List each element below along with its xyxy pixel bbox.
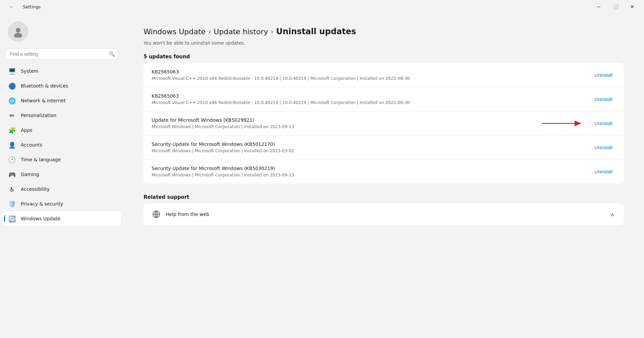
- system-icon: 🖥️: [8, 67, 16, 75]
- update-name-kb5029921: Update for Microsoft Windows (KB5029921): [152, 117, 541, 123]
- network-icon: 🌐: [8, 97, 16, 105]
- avatar: [8, 21, 28, 42]
- update-info-kb5030219: Security Update for Microsoft Windows (K…: [152, 166, 584, 177]
- breadcrumb-uninstall-updates: Uninstall updates: [276, 27, 356, 36]
- title-bar-left: ← Settings: [4, 1, 41, 12]
- red-arrow-icon: [541, 119, 584, 128]
- sidebar-item-gaming-label: Gaming: [21, 172, 39, 177]
- accounts-icon: 👤: [8, 141, 16, 149]
- update-name-kb2565063-x86: KB2565063: [152, 93, 584, 99]
- sidebar-item-accounts-label: Accounts: [21, 142, 42, 148]
- minimize-button[interactable]: ─: [591, 1, 606, 12]
- sidebar-item-accessibility[interactable]: ♿ Accessibility: [3, 182, 121, 196]
- svg-point-1: [14, 33, 22, 38]
- uninstall-button-kb2565063-x86[interactable]: Uninstall: [591, 95, 616, 104]
- sidebar-item-privacy[interactable]: 🛡️ Privacy & security: [3, 196, 121, 211]
- update-meta-kb2565063-x86: Microsoft Visual C++ 2010 x86 Redistribu…: [152, 100, 584, 105]
- sidebar-item-accounts[interactable]: 👤 Accounts: [3, 137, 121, 152]
- uninstall-button-kb5030219[interactable]: Uninstall: [591, 167, 616, 176]
- bluetooth-icon: 🔵: [8, 82, 16, 90]
- update-item-kb2565063-x64: KB2565063 Microsoft Visual C++ 2010 x64 …: [144, 63, 624, 87]
- related-support-title: Related support: [144, 194, 624, 200]
- uninstall-button-kb2565063-x64[interactable]: Uninstall: [591, 70, 616, 80]
- apps-icon: 🧩: [8, 126, 16, 134]
- sidebar-item-accessibility-label: Accessibility: [21, 186, 50, 192]
- update-meta-kb5030219: Microsoft Windows | Microsoft Corporatio…: [152, 172, 584, 177]
- uninstall-button-kb5012170[interactable]: Uninstall: [591, 143, 616, 152]
- sidebar-item-windowsupdate-label: Windows Update: [21, 216, 60, 221]
- support-item-help-web: Help from the web ∧: [144, 204, 624, 225]
- gaming-icon: 🎮: [8, 170, 16, 178]
- sidebar-item-bluetooth-label: Bluetooth & devices: [21, 83, 68, 89]
- sidebar-item-personalization-label: Personalization: [21, 113, 56, 118]
- sidebar-item-system[interactable]: 🖥️ System: [3, 64, 121, 78]
- update-info-kb2565063-x86: KB2565063 Microsoft Visual C++ 2010 x86 …: [152, 93, 584, 105]
- update-item-kb5012170: Security Update for Microsoft Windows (K…: [144, 135, 624, 160]
- close-button[interactable]: ✕: [625, 1, 640, 12]
- app-body: 🔍 🖥️ System 🔵 Bluetooth & devices 🌐 Netw…: [0, 13, 644, 338]
- updates-list: KB2565063 Microsoft Visual C++ 2010 x64 …: [144, 63, 624, 183]
- breadcrumb-windows-update[interactable]: Windows Update: [144, 27, 206, 36]
- updates-count: 5 updates found: [144, 54, 624, 60]
- privacy-icon: 🛡️: [8, 200, 16, 208]
- time-icon: 🕐: [8, 156, 16, 164]
- sidebar-nav: 🖥️ System 🔵 Bluetooth & devices 🌐 Networ…: [3, 64, 121, 226]
- windowsupdate-icon: 🔄: [8, 215, 16, 223]
- title-bar: ← Settings ─ ⬜ ✕: [0, 0, 644, 13]
- sidebar-item-time[interactable]: 🕐 Time & language: [3, 152, 121, 167]
- sidebar-item-apps[interactable]: 🧩 Apps: [3, 123, 121, 137]
- sidebar-item-network-label: Network & internet: [21, 98, 66, 103]
- sidebar-item-time-label: Time & language: [21, 157, 61, 162]
- help-web-label: Help from the web: [166, 212, 209, 217]
- sidebar-item-personalization[interactable]: ✏️ Personalization: [3, 108, 121, 123]
- update-name-kb5030219: Security Update for Microsoft Windows (K…: [152, 166, 584, 171]
- search-icon: 🔍: [109, 51, 115, 57]
- personalization-icon: ✏️: [8, 111, 16, 119]
- app-title: Settings: [23, 4, 41, 9]
- sidebar-item-apps-label: Apps: [21, 127, 33, 133]
- help-web-collapse-button[interactable]: ∧: [609, 210, 616, 219]
- sidebar-item-bluetooth[interactable]: 🔵 Bluetooth & devices: [3, 78, 121, 93]
- update-meta-kb2565063-x64: Microsoft Visual C++ 2010 x64 Redistribu…: [152, 76, 584, 81]
- search-input[interactable]: [5, 48, 118, 60]
- update-item-kb5029921: Update for Microsoft Windows (KB5029921)…: [144, 111, 624, 135]
- sidebar-item-windowsupdate[interactable]: 🔄 Windows Update: [3, 211, 121, 226]
- support-card: Help from the web ∧: [144, 204, 624, 225]
- back-button[interactable]: ←: [4, 1, 19, 12]
- page-subtitle: You won't be able to uninstall some upda…: [144, 40, 624, 46]
- sidebar-item-network[interactable]: 🌐 Network & internet: [3, 93, 121, 108]
- update-name-kb5012170: Security Update for Microsoft Windows (K…: [152, 142, 584, 147]
- svg-point-0: [16, 28, 20, 33]
- sidebar-item-gaming[interactable]: 🎮 Gaming: [3, 167, 121, 182]
- update-info-kb2565063-x64: KB2565063 Microsoft Visual C++ 2010 x64 …: [152, 69, 584, 81]
- breadcrumb-sep-1: ›: [208, 27, 211, 36]
- update-info-kb5029921: Update for Microsoft Windows (KB5029921)…: [152, 117, 541, 129]
- support-item-left: Help from the web: [152, 210, 209, 219]
- uninstall-button-kb5029921[interactable]: Uninstall: [591, 119, 616, 128]
- sidebar: 🔍 🖥️ System 🔵 Bluetooth & devices 🌐 Netw…: [0, 13, 123, 338]
- sidebar-item-system-label: System: [21, 68, 38, 74]
- breadcrumb: Windows Update › Update history › Uninst…: [144, 27, 624, 36]
- main-content: Windows Update › Update history › Uninst…: [123, 13, 644, 338]
- update-meta-kb5012170: Microsoft Windows | Microsoft Corporatio…: [152, 148, 584, 153]
- update-info-kb5012170: Security Update for Microsoft Windows (K…: [152, 142, 584, 153]
- arrow-uninstall-group: Uninstall: [541, 119, 616, 128]
- update-name-kb2565063-x64: KB2565063: [152, 69, 584, 74]
- search-box: 🔍: [5, 48, 118, 60]
- update-meta-kb5029921: Microsoft Windows | Microsoft Corporatio…: [152, 124, 541, 129]
- maximize-button[interactable]: ⬜: [608, 1, 623, 12]
- update-item-kb5030219: Security Update for Microsoft Windows (K…: [144, 160, 624, 183]
- help-web-icon: [152, 210, 161, 219]
- breadcrumb-update-history[interactable]: Update history: [214, 27, 268, 36]
- sidebar-item-privacy-label: Privacy & security: [21, 201, 63, 207]
- window-controls: ─ ⬜ ✕: [591, 1, 640, 12]
- accessibility-icon: ♿: [8, 185, 16, 193]
- breadcrumb-sep-2: ›: [271, 27, 273, 36]
- user-avatar-area: [3, 17, 121, 48]
- update-item-kb2565063-x86: KB2565063 Microsoft Visual C++ 2010 x86 …: [144, 87, 624, 111]
